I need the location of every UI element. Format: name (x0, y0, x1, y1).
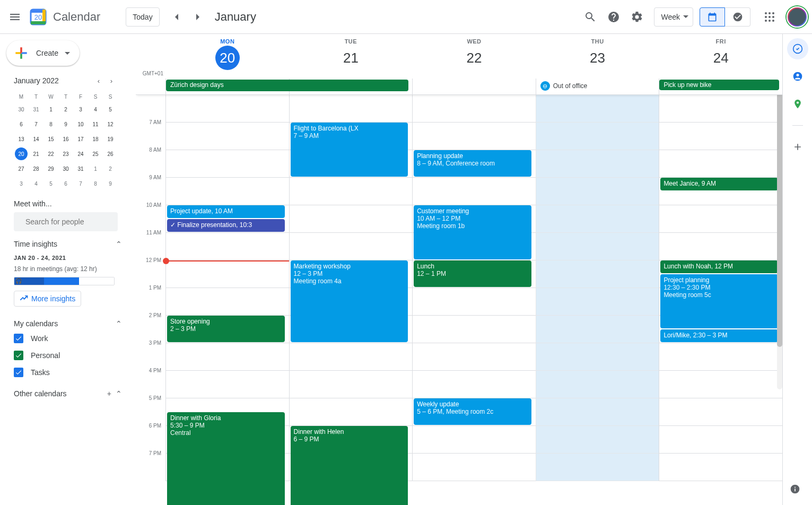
mini-day[interactable]: 25 (89, 147, 102, 160)
mini-day[interactable]: 1 (45, 103, 57, 116)
google-apps-button[interactable] (759, 6, 780, 28)
my-calendars-header[interactable]: My calendars ⌃ (4, 311, 125, 328)
mini-day[interactable]: 5 (45, 177, 57, 190)
calendar-event[interactable]: Lunch with Noah, 12 PM (660, 260, 778, 273)
day-column[interactable] (536, 95, 659, 481)
tasks-view-toggle[interactable] (725, 7, 750, 27)
mini-day[interactable]: 7 (74, 177, 87, 190)
mini-day[interactable]: 30 (15, 103, 28, 116)
calendar-event[interactable]: Planning update8 – 9 AM, Conference room (414, 150, 531, 177)
mini-day[interactable]: 30 (59, 162, 72, 175)
mini-day[interactable]: 9 (59, 118, 72, 130)
mini-day[interactable]: 13 (15, 133, 28, 145)
day-header[interactable]: THU23 (536, 34, 659, 79)
account-avatar[interactable] (787, 6, 808, 28)
mini-day[interactable]: 2 (104, 162, 117, 175)
calendar-event[interactable]: Project update, 10 AM (167, 205, 285, 218)
calendar-view-toggle[interactable] (700, 7, 725, 27)
calendar-event[interactable]: Flight to Barcelona (LX7 – 9 AM (291, 123, 408, 177)
mini-day[interactable]: 6 (59, 177, 72, 190)
calendar-row[interactable]: Work (14, 330, 125, 347)
app-logo[interactable]: 20 Calendar (28, 6, 100, 28)
day-column[interactable]: Project update, 10 AM✓ Finalize presenta… (165, 95, 289, 481)
mini-day[interactable]: 14 (30, 133, 42, 145)
allday-cell[interactable] (412, 79, 536, 94)
mini-day[interactable]: 6 (15, 118, 28, 130)
mini-day[interactable]: 29 (45, 162, 57, 175)
main-menu-button[interactable] (4, 6, 25, 28)
checkbox[interactable] (14, 334, 23, 343)
calendar-event[interactable]: Store opening2 – 3 PM (167, 316, 285, 342)
allday-cell[interactable]: ⊖Out of office (536, 79, 659, 94)
mini-day[interactable]: 20 (15, 147, 28, 160)
calendar-row[interactable]: Tasks (14, 364, 125, 381)
mini-day[interactable]: 23 (59, 147, 72, 160)
mini-day[interactable]: 16 (59, 133, 72, 145)
checkbox[interactable] (14, 368, 23, 377)
mini-day[interactable]: 4 (30, 177, 42, 190)
day-header[interactable]: MON20 (165, 34, 289, 79)
ooo-event[interactable]: ⊖Out of office (536, 80, 656, 92)
checkbox[interactable] (14, 351, 23, 360)
calendar-row[interactable]: Personal (14, 347, 125, 364)
mini-day[interactable]: 28 (30, 162, 42, 175)
people-search-input[interactable] (25, 217, 118, 226)
calendar-event[interactable]: ✓ Finalize presentation, 10:3 (167, 219, 285, 232)
day-column[interactable]: Planning update8 – 9 AM, Conference room… (412, 95, 536, 481)
day-header[interactable]: TUE21 (289, 34, 413, 79)
calendar-event[interactable]: Weekly update5 – 6 PM, Meeting room 2c (414, 398, 531, 425)
day-column[interactable]: Flight to Barcelona (LX7 – 9 AMMarketing… (289, 95, 413, 481)
mini-day[interactable]: 1 (89, 162, 102, 175)
mini-day[interactable]: 27 (15, 162, 28, 175)
allday-event[interactable]: Pick up new bike (659, 80, 779, 90)
prev-period-button[interactable] (166, 6, 187, 28)
day-header[interactable]: WED22 (412, 34, 536, 79)
search-button[interactable] (580, 6, 601, 28)
mini-day[interactable]: 10 (74, 118, 87, 130)
mini-day[interactable]: 18 (89, 133, 102, 145)
time-insights-header[interactable]: Time insights ⌃ (4, 231, 125, 248)
mini-day[interactable]: 21 (30, 147, 42, 160)
today-button[interactable]: Today (126, 7, 159, 27)
calendar-event[interactable]: Marketing workshop12 – 3 PMMeeting room … (291, 260, 408, 342)
info-button[interactable] (784, 478, 806, 500)
mini-day[interactable]: 24 (74, 147, 87, 160)
next-period-button[interactable] (187, 6, 208, 28)
mini-day[interactable]: 5 (104, 103, 117, 116)
mini-day[interactable]: 7 (30, 118, 42, 130)
mini-day[interactable]: 3 (74, 103, 87, 116)
mini-day[interactable]: 31 (30, 103, 42, 116)
mini-cal-next[interactable]: › (105, 74, 118, 87)
calendar-event[interactable]: Dinner with Helen6 – 9 PM (291, 426, 408, 505)
mini-day[interactable]: 2 (59, 103, 72, 116)
allday-cell[interactable]: Pick up new bike (659, 79, 782, 94)
calendar-event[interactable]: Dinner with Gloria5:30 – 9 PMCentral (167, 412, 285, 505)
mini-day[interactable]: 8 (45, 118, 57, 130)
mini-day[interactable]: 12 (104, 118, 117, 130)
mini-day[interactable]: 3 (15, 177, 28, 190)
calendar-event[interactable]: Lunch12 – 1 PM (414, 260, 531, 287)
add-panel-button[interactable] (787, 136, 808, 158)
mini-day[interactable]: 19 (104, 133, 117, 145)
keep-panel-button[interactable] (787, 38, 808, 59)
create-button[interactable]: Create (6, 40, 80, 66)
mini-day[interactable]: 26 (104, 147, 117, 160)
people-search[interactable] (14, 212, 118, 231)
calendar-event[interactable]: Customer meeting10 AM – 12 PMMeeting roo… (414, 205, 531, 259)
more-insights-button[interactable]: More insights (14, 291, 81, 307)
calendar-event[interactable]: Lori/Mike, 2:30 – 3 PM (660, 329, 778, 342)
day-header[interactable]: FRI24 (659, 34, 782, 79)
support-button[interactable] (603, 6, 624, 28)
mini-day[interactable]: 15 (45, 133, 57, 145)
mini-day[interactable]: 17 (74, 133, 87, 145)
mini-day[interactable]: 4 (89, 103, 102, 116)
settings-button[interactable] (626, 6, 648, 28)
mini-cal-prev[interactable]: ‹ (92, 74, 105, 87)
calendar-event[interactable]: Meet Janice, 9 AM (660, 178, 778, 190)
add-calendar-icon[interactable]: + (107, 389, 111, 398)
view-selector[interactable]: Week (654, 7, 693, 27)
mini-day[interactable]: 11 (89, 118, 102, 130)
maps-panel-button[interactable] (787, 93, 808, 115)
mini-day[interactable]: 31 (74, 162, 87, 175)
mini-day[interactable]: 8 (89, 177, 102, 190)
